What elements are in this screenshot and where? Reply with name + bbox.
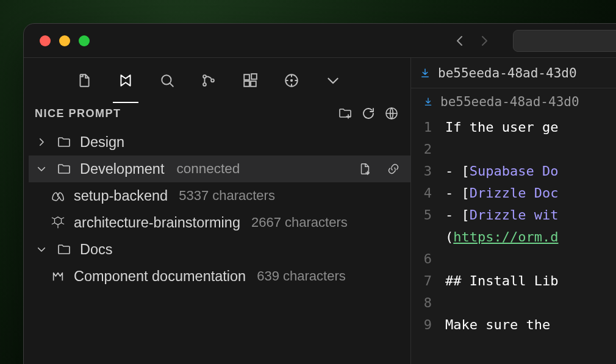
nav-forward-button[interactable]: [475, 32, 492, 49]
svg-rect-7: [251, 74, 257, 79]
openai-icon: [51, 216, 65, 229]
source-control-icon[interactable]: [199, 71, 218, 90]
folder-label: Design: [80, 134, 124, 151]
folder-docs[interactable]: Docs: [29, 236, 410, 263]
prompt-component-documentation[interactable]: Component documentation 639 characters: [29, 263, 410, 290]
close-window-button[interactable]: [40, 35, 51, 46]
prompt-setup-backend[interactable]: setup-backend 5337 characters: [29, 182, 410, 209]
meta-icon: [51, 188, 65, 203]
panel-header: NICE PROMPT: [24, 103, 410, 129]
folder-design[interactable]: Design: [29, 129, 410, 155]
svg-point-9: [290, 79, 293, 82]
prompt-name: architecture-brainstorming: [74, 215, 240, 231]
overflow-chevron-icon[interactable]: [324, 71, 342, 90]
prompt-meta: 2667 characters: [251, 215, 348, 230]
svg-rect-5: [244, 81, 249, 87]
editor-tabs: be55eeda-48ad-43d0: [411, 58, 616, 88]
link-icon[interactable]: [386, 162, 401, 176]
svg-point-3: [211, 79, 214, 82]
traffic-lights: [40, 35, 90, 46]
new-folder-icon[interactable]: [337, 105, 353, 121]
svg-point-1: [203, 75, 206, 78]
minimize-window-button[interactable]: [59, 35, 70, 46]
side-bar: NICE PROMPT: [24, 58, 411, 364]
globe-icon[interactable]: [384, 105, 399, 121]
folder-label: Docs: [80, 241, 113, 258]
refresh-icon[interactable]: [360, 105, 376, 121]
explorer-icon[interactable]: [75, 71, 93, 90]
new-file-icon[interactable]: [358, 162, 371, 176]
folder-label: Development: [80, 161, 164, 177]
nice-prompt-icon[interactable]: [116, 71, 135, 90]
app-window: NICE PROMPT: [23, 23, 616, 364]
svg-point-2: [203, 83, 206, 86]
tree-view: Design Development connected: [24, 129, 410, 290]
title-bar: [24, 24, 616, 58]
zoom-window-button[interactable]: [79, 35, 90, 46]
folder-icon: [57, 242, 71, 257]
breadcrumb[interactable]: be55eeda-48ad-43d0: [411, 88, 616, 115]
chevron-right-icon: [35, 137, 48, 148]
svg-rect-6: [251, 81, 256, 87]
extensions-icon[interactable]: [241, 71, 259, 90]
prompt-meta: 5337 characters: [179, 188, 275, 204]
code-area[interactable]: 1If the user ge 2 3- [Supabase Do 4- [Dr…: [411, 115, 616, 336]
chevron-down-icon: [35, 163, 48, 174]
download-arrow-icon: [420, 68, 431, 79]
connection-status: connected: [176, 161, 240, 177]
activity-bar: [24, 58, 410, 103]
prompt-name: setup-backend: [74, 188, 168, 204]
mistral-icon: [51, 269, 65, 283]
address-bar[interactable]: [513, 30, 616, 52]
folder-icon: [57, 135, 71, 149]
search-icon[interactable]: [158, 71, 176, 90]
panel-title: NICE PROMPT: [35, 107, 121, 120]
download-arrow-icon: [423, 97, 433, 107]
folder-development[interactable]: Development connected: [29, 155, 410, 182]
prompt-name: Component documentation: [74, 268, 246, 285]
prompt-meta: 639 characters: [257, 268, 346, 284]
editor-tab-title[interactable]: be55eeda-48ad-43d0: [438, 66, 577, 80]
breadcrumb-text: be55eeda-48ad-43d0: [440, 95, 579, 109]
nav-back-button[interactable]: [452, 32, 469, 49]
folder-icon: [57, 162, 71, 176]
remote-icon[interactable]: [282, 71, 301, 90]
chevron-down-icon: [35, 244, 48, 255]
prompt-architecture-brainstorming[interactable]: architecture-brainstorming 2667 characte…: [29, 209, 410, 236]
editor-pane: be55eeda-48ad-43d0 be55eeda-48ad-43d0 1I…: [411, 58, 616, 364]
svg-rect-4: [244, 74, 249, 80]
